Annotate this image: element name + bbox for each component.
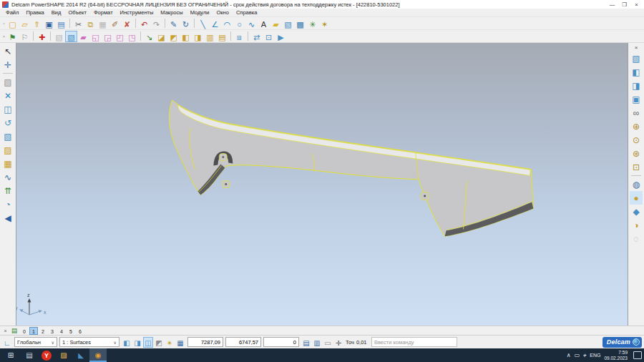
cube-array-icon[interactable]: ▦ [1,157,14,170]
menu-macros[interactable]: Макросы [157,9,186,16]
surface-edit-icon[interactable]: ◳ [126,31,138,42]
edit-pencil-icon[interactable]: ✎ [167,18,180,29]
solid-play-icon[interactable]: ▶ [275,31,287,42]
level-select[interactable]: 1 : Surfaces ∨ [59,337,119,347]
view-toolbar-close[interactable]: × [635,44,638,52]
create-polyline-icon[interactable]: ∠ [209,18,221,29]
workplane-select[interactable]: Глобальн ∨ [14,337,57,347]
copy-icon[interactable]: ⧉ [84,18,97,29]
language-indicator[interactable]: ENG [590,353,600,358]
create-solid-icon[interactable]: ▧ [282,18,294,29]
smart-surfacer-icon[interactable]: ▧ [65,31,77,42]
save-icon[interactable]: ▣ [43,18,55,29]
model-doctor-icon[interactable]: ✚ [36,31,48,42]
paste-icon[interactable]: ▦ [97,18,109,29]
shaded-view-icon[interactable]: ● [630,191,643,205]
create-text-icon[interactable]: A [258,18,270,29]
iso-view-1-icon[interactable]: ▧ [630,52,643,65]
smart-cursor-icon[interactable]: ◫ [143,337,153,348]
menu-tools[interactable]: Инструменты [117,9,157,16]
create-feature-icon[interactable]: ▩ [294,18,306,29]
level-6[interactable]: 6 [76,327,84,335]
level-1[interactable]: 1 [29,327,38,335]
level-2[interactable]: 2 [39,327,47,335]
create-curve-icon[interactable]: ∿ [245,18,258,29]
start-button[interactable]: ⊞ [2,348,19,362]
cad-model-canvas[interactable]: z x y [16,43,628,326]
level-4[interactable]: 4 [57,327,66,335]
undo-icon[interactable]: ↶ [138,18,150,29]
yandex-browser-icon[interactable]: Y [42,351,52,361]
y-coordinate-field[interactable] [225,337,261,347]
speaker-muted-icon[interactable]: ♪ [583,352,586,358]
pie-analysis-icon[interactable]: ◔ [1,197,14,211]
surface-convert-icon[interactable]: ↘ [143,31,155,42]
surface-select-icon[interactable]: ▰ [77,31,89,42]
solid-swap-icon[interactable]: ⇄ [250,31,263,42]
solid-revolve-icon[interactable]: ↺ [1,116,14,129]
maximize-button[interactable]: ❐ [619,1,630,9]
curve-flow-icon[interactable]: ∿ [1,170,14,184]
toolbar-handle[interactable]: ∘ [1,21,6,26]
tray-expand-icon[interactable]: ∧ [567,352,571,358]
solid-compare-icon[interactable]: ⧈ [233,31,245,42]
spoiler-model[interactable] [169,100,533,237]
grid-icon[interactable]: ▦ [175,337,185,348]
redo-icon[interactable]: ↷ [150,18,162,29]
levelbar-close[interactable]: × [2,328,9,333]
explorer-icon[interactable]: ▨ [55,348,72,362]
level-3[interactable]: 3 [48,327,57,335]
notification-center-icon[interactable] [633,351,642,359]
surface-mode-icon[interactable]: ◨ [132,337,142,348]
menu-format[interactable]: Формат [90,9,117,16]
transparent-view-icon[interactable]: ◌ [630,232,643,245]
keyboard-input-icon[interactable]: ▭ [323,337,333,348]
toolbar-handle-2[interactable]: × [1,34,6,39]
monitor-icon[interactable]: ▭ [575,352,580,358]
zoom-full-icon[interactable]: ⊛ [630,147,643,160]
wizard-wand-icon[interactable]: ✶ [318,18,331,29]
position-list-icon[interactable]: ▤ [301,337,311,348]
zoom-box-icon[interactable]: ⊡ [630,160,643,174]
create-circle-icon[interactable]: ○ [233,18,245,29]
solid-cut-icon[interactable]: ◪ [155,31,167,42]
convert-object-icon[interactable]: ✕ [1,89,14,102]
ghost-solid-icon[interactable]: ▧ [53,31,65,42]
menu-file[interactable]: Файл [2,9,22,16]
solid-extrude-icon[interactable]: ◫ [1,102,14,116]
shaded-wire-view-icon[interactable]: ◑ [630,218,643,232]
clock[interactable]: 7:59 09.02.2023 [604,350,628,361]
minimize-button[interactable]: — [607,1,618,9]
calculator-icon[interactable]: ▥ [312,337,322,348]
surface-limit-icon[interactable]: ◰ [114,31,126,42]
zoom-cursor-icon[interactable]: ⊕ [630,119,643,133]
menu-edit[interactable]: Правка [22,9,47,16]
refresh-view-icon[interactable]: ↻ [180,18,192,29]
wireframe-view-icon[interactable]: ◍ [630,177,643,191]
create-surface-icon[interactable]: ▰ [270,18,282,29]
create-line-icon[interactable]: ╲ [197,18,209,29]
cut-icon[interactable]: ✂ [72,18,84,29]
menu-modules[interactable]: Модули [187,9,213,16]
format-painter-icon[interactable]: ✐ [109,18,121,29]
new-model-icon[interactable]: ▢ [6,18,19,29]
points-grass-icon[interactable]: ⇈ [1,184,14,197]
menu-window[interactable]: Окно [213,9,233,16]
z-coordinate-field[interactable] [263,337,299,347]
create-arc-icon[interactable]: ◠ [221,18,233,29]
delete-icon[interactable]: ✘ [121,18,133,29]
solid-join-icon[interactable]: ◩ [167,31,180,42]
flag-icon[interactable]: ⚐ [19,31,31,42]
solid-open-icon[interactable]: ◨ [192,31,204,42]
command-input[interactable] [371,337,457,347]
solid-split-icon[interactable]: ◧ [180,31,192,42]
surface-fillet-icon[interactable]: ◱ [89,31,102,42]
save-as-icon[interactable]: ⇑ [31,18,43,29]
snap-key-icon[interactable]: ✶ [165,337,175,348]
workplane-tree-icon[interactable]: ⚑ [6,31,19,42]
zoom-in-out-icon[interactable]: ⊙ [630,133,643,147]
solid-wrap-icon[interactable]: ▤ [216,31,228,42]
iso-view-3-icon[interactable]: ◨ [630,79,643,92]
previous-view-icon[interactable]: ◀ [1,211,14,225]
multi-view-icon[interactable]: ∞ [630,106,643,119]
